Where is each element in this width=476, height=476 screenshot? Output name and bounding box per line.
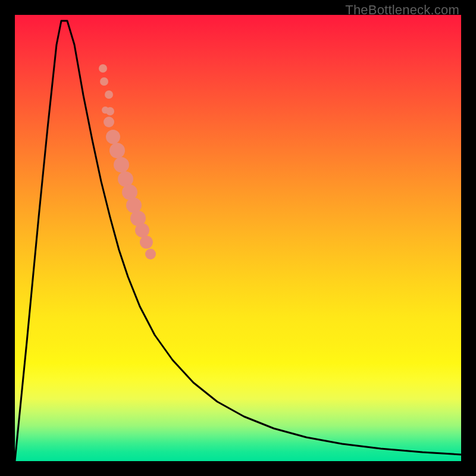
scatter-dot (126, 198, 142, 213)
scatter-dot (104, 117, 114, 127)
scatter-dot (122, 184, 137, 200)
scatter-dot (118, 171, 133, 187)
scatter-dot (100, 77, 108, 86)
bottleneck-curve (15, 15, 461, 461)
scatter-dot (145, 249, 156, 259)
scatter-dot (114, 157, 129, 173)
scatter-dot (135, 223, 149, 237)
curve-path (15, 21, 461, 461)
watermark-text: TheBottleneck.com (345, 2, 459, 18)
scatter-dot (109, 143, 125, 158)
scatter-dot (105, 90, 113, 99)
scatter-dot (106, 130, 120, 144)
chart-frame: TheBottleneck.com (0, 0, 476, 476)
scatter-dot (140, 236, 153, 249)
scatter-dot (99, 64, 107, 73)
plot-area (15, 15, 461, 461)
scatter-dot (106, 107, 114, 115)
